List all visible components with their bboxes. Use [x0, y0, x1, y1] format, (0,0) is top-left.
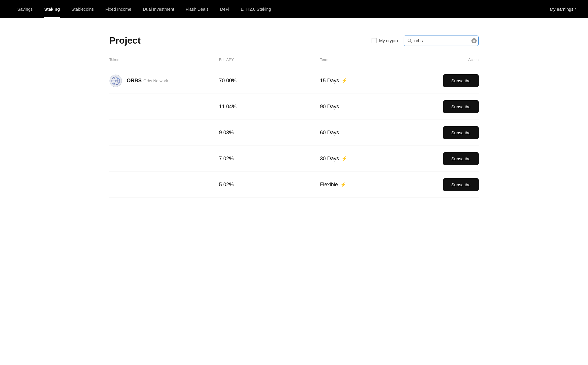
subscribe-button[interactable]: Subscribe [443, 178, 479, 191]
action-cell: Subscribe [421, 152, 479, 165]
col-action: Action [421, 57, 479, 62]
table-row: 11.04%90 DaysSubscribe [109, 94, 479, 120]
my-crypto-label-text: My crypto [379, 38, 398, 43]
svg-point-9 [118, 82, 119, 83]
staking-table: Token Est. APY Term Action ORBSOrbs Netw… [109, 55, 479, 198]
table-row: 9.03%60 DaysSubscribe [109, 120, 479, 146]
clear-search-icon[interactable] [471, 38, 477, 43]
term-cell: 60 Days [320, 130, 421, 136]
token-fullname: Orbs Network [143, 79, 168, 83]
action-cell: Subscribe [421, 178, 479, 191]
token-name-container: ORBSOrbs Network [127, 78, 168, 84]
earnings-label: My earnings [550, 7, 574, 12]
col-token: Token [109, 57, 219, 62]
nav-item-stablecoins[interactable]: Stablecoins [66, 0, 100, 18]
my-earnings-link[interactable]: My earnings › [550, 7, 576, 12]
table-row: ORBSOrbs Network70.00%15 Days⚡Subscribe [109, 68, 479, 94]
subscribe-button[interactable]: Subscribe [443, 100, 479, 113]
apy-cell: 7.02% [219, 156, 320, 162]
search-input[interactable] [414, 38, 469, 43]
header-controls: My crypto [372, 36, 479, 46]
term-label: 90 Days [320, 104, 339, 110]
subscribe-button[interactable]: Subscribe [443, 152, 479, 165]
my-crypto-filter[interactable]: My crypto [372, 38, 398, 43]
svg-point-7 [117, 78, 119, 79]
action-cell: Subscribe [421, 74, 479, 87]
subscribe-button[interactable]: Subscribe [443, 126, 479, 139]
term-cell: 30 Days⚡ [320, 156, 421, 162]
token-cell: ORBSOrbs Network [109, 75, 219, 87]
term-label: 60 Days [320, 130, 339, 136]
table-body: ORBSOrbs Network70.00%15 Days⚡Subscribe1… [109, 68, 479, 198]
nav-item-savings[interactable]: Savings [12, 0, 38, 18]
nav-item-dual-investment[interactable]: Dual Investment [137, 0, 180, 18]
table-row: 7.02%30 Days⚡Subscribe [109, 146, 479, 172]
token-symbol: ORBS [127, 78, 142, 83]
nav-item-eth2-staking[interactable]: ETH2.0 Staking [235, 0, 277, 18]
search-icon [407, 38, 412, 43]
term-cell: Flexible⚡ [320, 182, 421, 188]
term-label: 15 Days [320, 78, 339, 84]
col-term: Term [320, 57, 421, 62]
nav-item-fixed-income[interactable]: Fixed Income [100, 0, 137, 18]
page-title: Project [109, 35, 141, 46]
term-label: 30 Days [320, 156, 339, 162]
apy-cell: 5.02% [219, 182, 320, 188]
project-header: Project My crypto [109, 35, 479, 46]
apy-cell: 9.03% [219, 130, 320, 136]
term-cell: 15 Days⚡ [320, 78, 421, 84]
nav-item-flash-deals[interactable]: Flash Deals [180, 0, 214, 18]
table-header: Token Est. APY Term Action [109, 55, 479, 65]
search-container [404, 36, 479, 46]
nav-item-staking[interactable]: Staking [38, 0, 65, 18]
svg-line-1 [411, 41, 412, 42]
action-cell: Subscribe [421, 126, 479, 139]
token-logo [109, 75, 122, 87]
term-label: Flexible [320, 182, 338, 188]
nav-item-defi[interactable]: DeFi [214, 0, 235, 18]
apy-cell: 70.00% [219, 78, 320, 84]
subscribe-button[interactable]: Subscribe [443, 74, 479, 87]
earnings-arrow-icon: › [575, 7, 576, 11]
col-apy: Est. APY [219, 57, 320, 62]
navigation: SavingsStakingStablecoinsFixed IncomeDua… [0, 0, 588, 18]
apy-cell: 11.04% [219, 104, 320, 110]
flash-icon: ⚡ [341, 156, 347, 161]
flash-icon: ⚡ [341, 78, 347, 83]
svg-point-8 [113, 83, 114, 84]
svg-point-6 [115, 80, 117, 82]
action-cell: Subscribe [421, 100, 479, 113]
term-cell: 90 Days [320, 104, 421, 110]
table-row: 5.02%Flexible⚡Subscribe [109, 172, 479, 198]
main-content: Project My crypto Token Est. APY Term Ac… [92, 18, 496, 209]
my-crypto-checkbox[interactable] [372, 38, 377, 43]
flash-icon: ⚡ [340, 182, 346, 187]
